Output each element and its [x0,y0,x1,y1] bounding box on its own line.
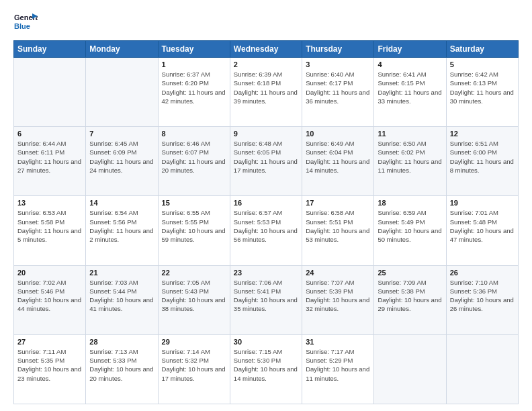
calendar-cell: 7Sunrise: 6:45 AMSunset: 6:09 PMDaylight… [86,127,158,196]
day-number: 21 [89,269,154,277]
day-number: 20 [17,269,82,277]
sunrise-text: Sunrise: 7:03 AM [89,279,138,286]
daylight-text: Daylight: 11 hours and 33 minutes. [378,89,441,105]
sunset-text: Sunset: 5:49 PM [378,218,425,226]
sunrise-text: Sunrise: 6:53 AM [17,209,66,216]
sunset-text: Sunset: 5:30 PM [234,357,281,364]
calendar-cell: 20Sunrise: 7:02 AMSunset: 5:46 PMDayligh… [14,265,86,334]
calendar-cell: 17Sunrise: 6:58 AMSunset: 5:51 PMDayligh… [302,196,374,265]
sunrise-text: Sunrise: 6:45 AM [89,140,138,147]
calendar-cell: 31Sunrise: 7:17 AMSunset: 5:29 PMDayligh… [302,334,374,404]
sunrise-text: Sunrise: 6:42 AM [450,71,498,78]
day-number: 15 [162,199,226,207]
sunset-text: Sunset: 6:00 PM [450,148,497,156]
calendar-cell: 12Sunrise: 6:51 AMSunset: 6:00 PMDayligh… [446,127,518,196]
daylight-text: Daylight: 10 hours and 32 minutes. [306,296,369,312]
daylight-text: Daylight: 10 hours and 50 minutes. [378,227,441,243]
calendar-cell: 30Sunrise: 7:15 AMSunset: 5:30 PMDayligh… [230,334,302,404]
day-number: 3 [306,60,370,68]
calendar-cell: 26Sunrise: 7:10 AMSunset: 5:36 PMDayligh… [446,265,518,334]
sunset-text: Sunset: 5:58 PM [17,218,64,226]
sunrise-text: Sunrise: 7:17 AM [306,348,354,355]
sunrise-text: Sunrise: 7:07 AM [306,279,354,286]
sunrise-text: Sunrise: 7:06 AM [234,279,282,286]
day-info: Sunrise: 6:40 AMSunset: 6:17 PMDaylight:… [306,70,370,105]
sunset-text: Sunset: 6:11 PM [17,148,64,156]
calendar-cell: 18Sunrise: 6:59 AMSunset: 5:49 PMDayligh… [374,196,446,265]
daylight-text: Daylight: 11 hours and 27 minutes. [17,158,81,174]
weekday-header: Saturday [446,41,518,58]
day-info: Sunrise: 7:02 AMSunset: 5:46 PMDaylight:… [17,278,82,314]
sunset-text: Sunset: 5:46 PM [17,287,64,295]
sunset-text: Sunset: 5:35 PM [17,357,64,364]
calendar-cell: 29Sunrise: 7:14 AMSunset: 5:32 PMDayligh… [158,334,230,404]
daylight-text: Daylight: 11 hours and 36 minutes. [306,89,369,105]
calendar-cell: 10Sunrise: 6:49 AMSunset: 6:04 PMDayligh… [302,127,374,196]
calendar-week-row: 20Sunrise: 7:02 AMSunset: 5:46 PMDayligh… [14,265,519,334]
day-info: Sunrise: 7:05 AMSunset: 5:43 PMDaylight:… [162,278,226,314]
sunset-text: Sunset: 5:51 PM [306,218,353,226]
sunrise-text: Sunrise: 7:10 AM [450,279,498,286]
day-number: 2 [234,60,298,68]
calendar-cell: 24Sunrise: 7:07 AMSunset: 5:39 PMDayligh… [302,265,374,334]
day-info: Sunrise: 6:51 AMSunset: 6:00 PMDaylight:… [450,139,515,175]
day-info: Sunrise: 6:39 AMSunset: 6:18 PMDaylight:… [234,70,298,105]
calendar-cell: 3Sunrise: 6:40 AMSunset: 6:17 PMDaylight… [302,58,374,127]
daylight-text: Daylight: 10 hours and 47 minutes. [450,227,514,243]
weekday-header-row: SundayMondayTuesdayWednesdayThursdayFrid… [14,41,519,58]
sunrise-text: Sunrise: 7:15 AM [234,348,282,355]
day-number: 27 [17,338,82,346]
sunset-text: Sunset: 5:48 PM [450,218,497,226]
sunset-text: Sunset: 5:36 PM [450,287,497,295]
day-info: Sunrise: 7:13 AMSunset: 5:33 PMDaylight:… [89,347,154,383]
sunrise-text: Sunrise: 6:46 AM [162,140,210,147]
daylight-text: Daylight: 11 hours and 42 minutes. [162,89,226,105]
sunset-text: Sunset: 5:39 PM [306,287,353,295]
sunrise-text: Sunrise: 6:44 AM [17,140,66,147]
calendar-cell: 4Sunrise: 6:41 AMSunset: 6:15 PMDaylight… [374,58,446,127]
day-info: Sunrise: 6:58 AMSunset: 5:51 PMDaylight:… [306,208,370,244]
daylight-text: Daylight: 10 hours and 17 minutes. [162,365,226,381]
day-info: Sunrise: 7:09 AMSunset: 5:38 PMDaylight:… [378,278,442,314]
sunset-text: Sunset: 6:15 PM [378,79,425,87]
day-info: Sunrise: 6:45 AMSunset: 6:09 PMDaylight:… [89,139,154,175]
sunset-text: Sunset: 6:18 PM [234,79,281,87]
day-info: Sunrise: 7:15 AMSunset: 5:30 PMDaylight:… [234,347,298,383]
daylight-text: Daylight: 11 hours and 11 minutes. [378,158,441,174]
day-info: Sunrise: 6:54 AMSunset: 5:56 PMDaylight:… [89,208,154,244]
sunrise-text: Sunrise: 6:39 AM [234,71,282,78]
daylight-text: Daylight: 10 hours and 38 minutes. [162,296,226,312]
weekday-header: Wednesday [230,41,302,58]
daylight-text: Daylight: 11 hours and 5 minutes. [17,227,81,243]
day-info: Sunrise: 7:17 AMSunset: 5:29 PMDaylight:… [306,347,370,383]
sunrise-text: Sunrise: 7:02 AM [17,279,66,286]
calendar-cell [86,58,158,127]
calendar-cell: 15Sunrise: 6:55 AMSunset: 5:55 PMDayligh… [158,196,230,265]
day-number: 7 [89,130,154,138]
day-number: 19 [450,199,515,207]
logo-svg-icon: General Blue [13,11,38,35]
daylight-text: Daylight: 10 hours and 29 minutes. [378,296,441,312]
page: General Blue SundayMondayTuesdayWednesda… [0,0,532,411]
calendar-cell: 6Sunrise: 6:44 AMSunset: 6:11 PMDaylight… [14,127,86,196]
day-info: Sunrise: 6:48 AMSunset: 6:05 PMDaylight:… [234,139,298,175]
day-number: 16 [234,199,298,207]
calendar-cell: 11Sunrise: 6:50 AMSunset: 6:02 PMDayligh… [374,127,446,196]
day-number: 26 [450,269,515,277]
sunrise-text: Sunrise: 7:11 AM [17,348,66,355]
sunset-text: Sunset: 6:07 PM [162,148,209,156]
calendar-week-row: 13Sunrise: 6:53 AMSunset: 5:58 PMDayligh… [14,196,519,265]
day-number: 9 [234,130,298,138]
daylight-text: Daylight: 10 hours and 56 minutes. [234,227,298,243]
day-info: Sunrise: 6:50 AMSunset: 6:02 PMDaylight:… [378,139,442,175]
weekday-header: Sunday [14,41,86,58]
calendar-cell: 19Sunrise: 7:01 AMSunset: 5:48 PMDayligh… [446,196,518,265]
daylight-text: Daylight: 11 hours and 8 minutes. [450,158,514,174]
calendar-week-row: 27Sunrise: 7:11 AMSunset: 5:35 PMDayligh… [14,334,519,404]
sunset-text: Sunset: 5:33 PM [89,357,136,364]
sunrise-text: Sunrise: 6:51 AM [450,140,498,147]
day-number: 6 [17,130,82,138]
sunrise-text: Sunrise: 6:59 AM [378,209,426,216]
sunset-text: Sunset: 5:29 PM [306,357,353,364]
day-number: 18 [378,199,442,207]
